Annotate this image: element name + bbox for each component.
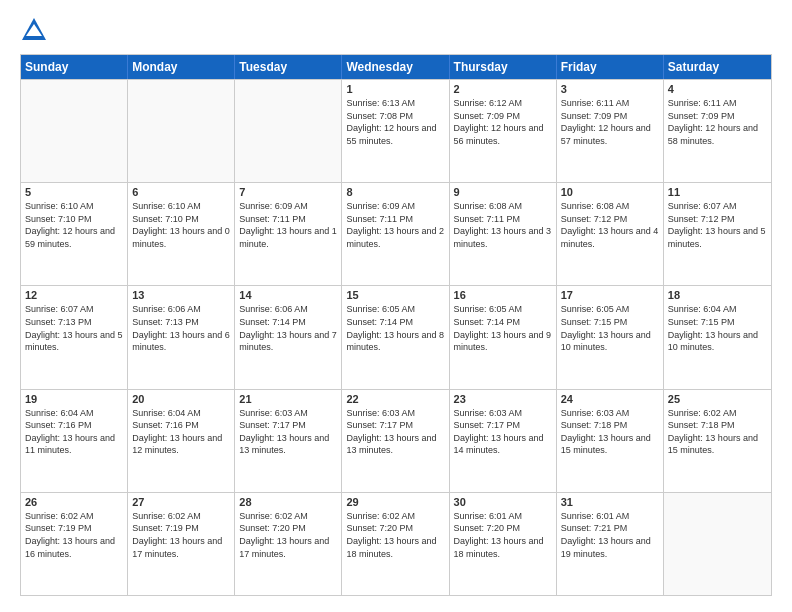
calendar-cell: 9Sunrise: 6:08 AMSunset: 7:11 PMDaylight…: [450, 183, 557, 285]
cell-info: Sunrise: 6:04 AMSunset: 7:16 PMDaylight:…: [25, 407, 123, 457]
cell-day-number: 8: [346, 186, 444, 198]
cell-info: Sunrise: 6:10 AMSunset: 7:10 PMDaylight:…: [25, 200, 123, 250]
cell-day-number: 27: [132, 496, 230, 508]
cell-info: Sunrise: 6:04 AMSunset: 7:15 PMDaylight:…: [668, 303, 767, 353]
cell-info: Sunrise: 6:13 AMSunset: 7:08 PMDaylight:…: [346, 97, 444, 147]
calendar: SundayMondayTuesdayWednesdayThursdayFrid…: [20, 54, 772, 596]
cell-info: Sunrise: 6:01 AMSunset: 7:21 PMDaylight:…: [561, 510, 659, 560]
cell-day-number: 29: [346, 496, 444, 508]
cell-info: Sunrise: 6:03 AMSunset: 7:17 PMDaylight:…: [346, 407, 444, 457]
calendar-cell: 15Sunrise: 6:05 AMSunset: 7:14 PMDayligh…: [342, 286, 449, 388]
cell-info: Sunrise: 6:07 AMSunset: 7:12 PMDaylight:…: [668, 200, 767, 250]
cell-info: Sunrise: 6:03 AMSunset: 7:17 PMDaylight:…: [239, 407, 337, 457]
cell-day-number: 1: [346, 83, 444, 95]
calendar-cell: 18Sunrise: 6:04 AMSunset: 7:15 PMDayligh…: [664, 286, 771, 388]
header-day-tuesday: Tuesday: [235, 55, 342, 79]
cell-day-number: 4: [668, 83, 767, 95]
calendar-cell: 16Sunrise: 6:05 AMSunset: 7:14 PMDayligh…: [450, 286, 557, 388]
cell-info: Sunrise: 6:09 AMSunset: 7:11 PMDaylight:…: [239, 200, 337, 250]
cell-day-number: 12: [25, 289, 123, 301]
cell-info: Sunrise: 6:04 AMSunset: 7:16 PMDaylight:…: [132, 407, 230, 457]
cell-day-number: 16: [454, 289, 552, 301]
cell-info: Sunrise: 6:07 AMSunset: 7:13 PMDaylight:…: [25, 303, 123, 353]
cell-info: Sunrise: 6:03 AMSunset: 7:17 PMDaylight:…: [454, 407, 552, 457]
calendar-cell: 2Sunrise: 6:12 AMSunset: 7:09 PMDaylight…: [450, 80, 557, 182]
header-day-monday: Monday: [128, 55, 235, 79]
calendar-cell: 23Sunrise: 6:03 AMSunset: 7:17 PMDayligh…: [450, 390, 557, 492]
cell-day-number: 21: [239, 393, 337, 405]
logo: [20, 16, 54, 44]
header-day-sunday: Sunday: [21, 55, 128, 79]
calendar-cell: 27Sunrise: 6:02 AMSunset: 7:19 PMDayligh…: [128, 493, 235, 595]
cell-day-number: 19: [25, 393, 123, 405]
calendar-cell: 17Sunrise: 6:05 AMSunset: 7:15 PMDayligh…: [557, 286, 664, 388]
cell-day-number: 7: [239, 186, 337, 198]
calendar-cell: 14Sunrise: 6:06 AMSunset: 7:14 PMDayligh…: [235, 286, 342, 388]
cell-day-number: 3: [561, 83, 659, 95]
calendar-cell: 1Sunrise: 6:13 AMSunset: 7:08 PMDaylight…: [342, 80, 449, 182]
cell-day-number: 11: [668, 186, 767, 198]
cell-info: Sunrise: 6:06 AMSunset: 7:13 PMDaylight:…: [132, 303, 230, 353]
cell-info: Sunrise: 6:05 AMSunset: 7:15 PMDaylight:…: [561, 303, 659, 353]
header-day-friday: Friday: [557, 55, 664, 79]
cell-day-number: 18: [668, 289, 767, 301]
cell-info: Sunrise: 6:08 AMSunset: 7:11 PMDaylight:…: [454, 200, 552, 250]
calendar-row-2: 12Sunrise: 6:07 AMSunset: 7:13 PMDayligh…: [21, 285, 771, 388]
logo-icon: [20, 16, 48, 44]
cell-day-number: 10: [561, 186, 659, 198]
calendar-cell: 7Sunrise: 6:09 AMSunset: 7:11 PMDaylight…: [235, 183, 342, 285]
cell-day-number: 30: [454, 496, 552, 508]
cell-info: Sunrise: 6:09 AMSunset: 7:11 PMDaylight:…: [346, 200, 444, 250]
cell-info: Sunrise: 6:03 AMSunset: 7:18 PMDaylight:…: [561, 407, 659, 457]
calendar-cell: [21, 80, 128, 182]
cell-day-number: 31: [561, 496, 659, 508]
cell-info: Sunrise: 6:05 AMSunset: 7:14 PMDaylight:…: [454, 303, 552, 353]
cell-info: Sunrise: 6:02 AMSunset: 7:19 PMDaylight:…: [132, 510, 230, 560]
calendar-cell: [664, 493, 771, 595]
cell-day-number: 9: [454, 186, 552, 198]
calendar-cell: 19Sunrise: 6:04 AMSunset: 7:16 PMDayligh…: [21, 390, 128, 492]
cell-info: Sunrise: 6:10 AMSunset: 7:10 PMDaylight:…: [132, 200, 230, 250]
calendar-cell: 11Sunrise: 6:07 AMSunset: 7:12 PMDayligh…: [664, 183, 771, 285]
cell-info: Sunrise: 6:11 AMSunset: 7:09 PMDaylight:…: [668, 97, 767, 147]
cell-day-number: 20: [132, 393, 230, 405]
cell-info: Sunrise: 6:06 AMSunset: 7:14 PMDaylight:…: [239, 303, 337, 353]
calendar-row-4: 26Sunrise: 6:02 AMSunset: 7:19 PMDayligh…: [21, 492, 771, 595]
header-day-saturday: Saturday: [664, 55, 771, 79]
calendar-cell: 21Sunrise: 6:03 AMSunset: 7:17 PMDayligh…: [235, 390, 342, 492]
cell-info: Sunrise: 6:02 AMSunset: 7:18 PMDaylight:…: [668, 407, 767, 457]
calendar-cell: 29Sunrise: 6:02 AMSunset: 7:20 PMDayligh…: [342, 493, 449, 595]
cell-day-number: 6: [132, 186, 230, 198]
calendar-cell: 30Sunrise: 6:01 AMSunset: 7:20 PMDayligh…: [450, 493, 557, 595]
cell-day-number: 17: [561, 289, 659, 301]
cell-info: Sunrise: 6:01 AMSunset: 7:20 PMDaylight:…: [454, 510, 552, 560]
calendar-cell: 28Sunrise: 6:02 AMSunset: 7:20 PMDayligh…: [235, 493, 342, 595]
calendar-cell: 8Sunrise: 6:09 AMSunset: 7:11 PMDaylight…: [342, 183, 449, 285]
calendar-cell: 4Sunrise: 6:11 AMSunset: 7:09 PMDaylight…: [664, 80, 771, 182]
cell-day-number: 5: [25, 186, 123, 198]
calendar-cell: 24Sunrise: 6:03 AMSunset: 7:18 PMDayligh…: [557, 390, 664, 492]
cell-info: Sunrise: 6:02 AMSunset: 7:19 PMDaylight:…: [25, 510, 123, 560]
calendar-cell: 5Sunrise: 6:10 AMSunset: 7:10 PMDaylight…: [21, 183, 128, 285]
calendar-cell: 25Sunrise: 6:02 AMSunset: 7:18 PMDayligh…: [664, 390, 771, 492]
cell-day-number: 23: [454, 393, 552, 405]
calendar-cell: 10Sunrise: 6:08 AMSunset: 7:12 PMDayligh…: [557, 183, 664, 285]
calendar-row-1: 5Sunrise: 6:10 AMSunset: 7:10 PMDaylight…: [21, 182, 771, 285]
calendar-cell: 20Sunrise: 6:04 AMSunset: 7:16 PMDayligh…: [128, 390, 235, 492]
calendar-header: SundayMondayTuesdayWednesdayThursdayFrid…: [21, 55, 771, 79]
calendar-cell: 26Sunrise: 6:02 AMSunset: 7:19 PMDayligh…: [21, 493, 128, 595]
calendar-cell: 3Sunrise: 6:11 AMSunset: 7:09 PMDaylight…: [557, 80, 664, 182]
cell-info: Sunrise: 6:02 AMSunset: 7:20 PMDaylight:…: [239, 510, 337, 560]
cell-info: Sunrise: 6:11 AMSunset: 7:09 PMDaylight:…: [561, 97, 659, 147]
calendar-cell: 31Sunrise: 6:01 AMSunset: 7:21 PMDayligh…: [557, 493, 664, 595]
calendar-cell: [128, 80, 235, 182]
calendar-cell: 12Sunrise: 6:07 AMSunset: 7:13 PMDayligh…: [21, 286, 128, 388]
cell-day-number: 13: [132, 289, 230, 301]
cell-day-number: 25: [668, 393, 767, 405]
page: SundayMondayTuesdayWednesdayThursdayFrid…: [0, 0, 792, 612]
cell-info: Sunrise: 6:08 AMSunset: 7:12 PMDaylight:…: [561, 200, 659, 250]
calendar-cell: 6Sunrise: 6:10 AMSunset: 7:10 PMDaylight…: [128, 183, 235, 285]
header-day-wednesday: Wednesday: [342, 55, 449, 79]
cell-day-number: 15: [346, 289, 444, 301]
calendar-row-3: 19Sunrise: 6:04 AMSunset: 7:16 PMDayligh…: [21, 389, 771, 492]
